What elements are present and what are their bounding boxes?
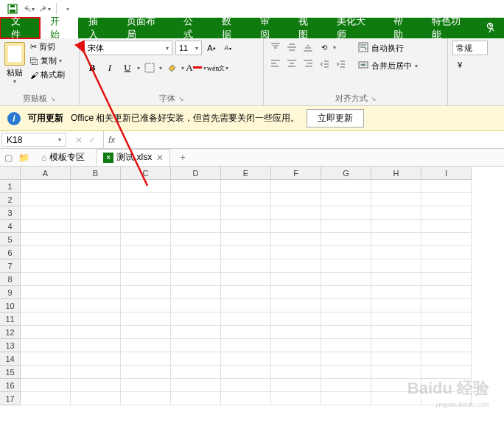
cell[interactable]	[121, 326, 171, 339]
select-all-corner[interactable]	[0, 167, 21, 180]
cell[interactable]	[121, 220, 171, 233]
cell[interactable]	[171, 259, 221, 273]
row-header[interactable]: 9	[0, 286, 21, 299]
column-header[interactable]: H	[371, 167, 421, 180]
cell[interactable]	[121, 299, 171, 312]
cell[interactable]	[421, 326, 472, 339]
cell[interactable]	[171, 286, 221, 299]
copy-button[interactable]: ⿻ 复制 ▾	[28, 55, 67, 67]
cell[interactable]	[21, 392, 71, 405]
cell[interactable]	[421, 193, 472, 206]
cell[interactable]	[171, 339, 221, 352]
cell[interactable]	[221, 233, 271, 246]
align-top-icon[interactable]	[268, 41, 283, 54]
cell[interactable]	[371, 220, 421, 233]
cell[interactable]	[171, 326, 221, 339]
cell[interactable]	[321, 259, 371, 273]
cell[interactable]	[271, 233, 321, 246]
row-header[interactable]: 11	[0, 312, 21, 326]
cell[interactable]	[171, 233, 221, 246]
tab-review[interactable]: 审阅	[250, 18, 288, 38]
row-header[interactable]: 1	[0, 180, 21, 193]
cut-button[interactable]: ✂ 剪切	[28, 41, 67, 53]
update-now-button[interactable]: 立即更新	[307, 109, 364, 128]
cell[interactable]	[71, 273, 121, 286]
cell[interactable]	[71, 299, 121, 312]
cell[interactable]	[171, 246, 221, 259]
cell[interactable]	[271, 339, 321, 352]
dialog-launcher-icon[interactable]: ↘	[50, 95, 56, 102]
cell[interactable]	[221, 246, 271, 259]
cell[interactable]	[21, 352, 71, 366]
cell[interactable]	[121, 379, 171, 392]
dialog-launcher-icon[interactable]: ↘	[178, 95, 184, 102]
cell[interactable]	[71, 259, 121, 273]
cell[interactable]	[271, 312, 321, 326]
cell[interactable]	[121, 273, 171, 286]
cell[interactable]	[221, 193, 271, 206]
cell[interactable]	[221, 352, 271, 366]
underline-button[interactable]: U	[119, 60, 136, 76]
cell[interactable]	[21, 180, 71, 193]
cell[interactable]	[371, 286, 421, 299]
cell[interactable]	[221, 259, 271, 273]
cell[interactable]	[71, 379, 121, 392]
align-right-icon[interactable]	[301, 57, 315, 70]
increase-indent-icon[interactable]	[333, 57, 348, 70]
cell[interactable]	[321, 312, 371, 326]
tab-file[interactable]: 文件	[0, 17, 41, 39]
cell[interactable]	[121, 206, 171, 220]
cell[interactable]	[271, 286, 321, 299]
cell[interactable]	[21, 286, 71, 299]
cell[interactable]	[321, 220, 371, 233]
cell[interactable]	[371, 193, 421, 206]
cell[interactable]	[21, 193, 71, 206]
cell[interactable]	[71, 220, 121, 233]
cell[interactable]	[71, 180, 121, 193]
cell[interactable]	[71, 392, 121, 405]
cell[interactable]	[321, 326, 371, 339]
cell[interactable]	[271, 392, 321, 405]
cell[interactable]	[21, 326, 71, 339]
row-header[interactable]: 15	[0, 366, 21, 379]
row-header[interactable]: 16	[0, 379, 21, 392]
row-header[interactable]: 4	[0, 220, 21, 233]
name-box[interactable]: K18▾	[1, 133, 66, 147]
cell[interactable]	[421, 312, 472, 326]
tab-formula[interactable]: 公式	[173, 18, 211, 38]
row-header[interactable]: 3	[0, 206, 21, 220]
row-header[interactable]: 17	[0, 392, 21, 405]
merge-center-button[interactable]: 合并后居中 ▾	[357, 58, 419, 73]
cell[interactable]	[271, 299, 321, 312]
cell[interactable]	[21, 273, 71, 286]
cell[interactable]	[71, 352, 121, 366]
cell[interactable]	[21, 379, 71, 392]
cells-area[interactable]	[21, 180, 472, 405]
cell[interactable]	[321, 246, 371, 259]
cell[interactable]	[421, 180, 472, 193]
phonetic-button[interactable]: wén文	[208, 60, 224, 76]
cell[interactable]	[121, 312, 171, 326]
tab-special[interactable]: 特色功能	[421, 18, 477, 38]
cell[interactable]	[21, 246, 71, 259]
column-header[interactable]: E	[221, 167, 271, 180]
cancel-icon[interactable]: ✕	[75, 135, 83, 145]
cell[interactable]	[271, 326, 321, 339]
cell[interactable]	[321, 286, 371, 299]
cell[interactable]	[271, 259, 321, 273]
cell[interactable]	[371, 299, 421, 312]
font-name-select[interactable]: 宋体▾	[84, 41, 172, 55]
cell[interactable]	[221, 299, 271, 312]
cell[interactable]	[221, 206, 271, 220]
column-header[interactable]: A	[21, 167, 71, 180]
wrap-text-button[interactable]: 自动换行	[357, 41, 419, 55]
cell[interactable]	[321, 180, 371, 193]
align-middle-icon[interactable]	[284, 41, 299, 54]
cell[interactable]	[221, 326, 271, 339]
cell[interactable]	[71, 193, 121, 206]
cell[interactable]	[21, 220, 71, 233]
cell[interactable]	[421, 233, 472, 246]
cell[interactable]	[121, 352, 171, 366]
cell[interactable]	[121, 366, 171, 379]
column-header[interactable]: D	[171, 167, 221, 180]
